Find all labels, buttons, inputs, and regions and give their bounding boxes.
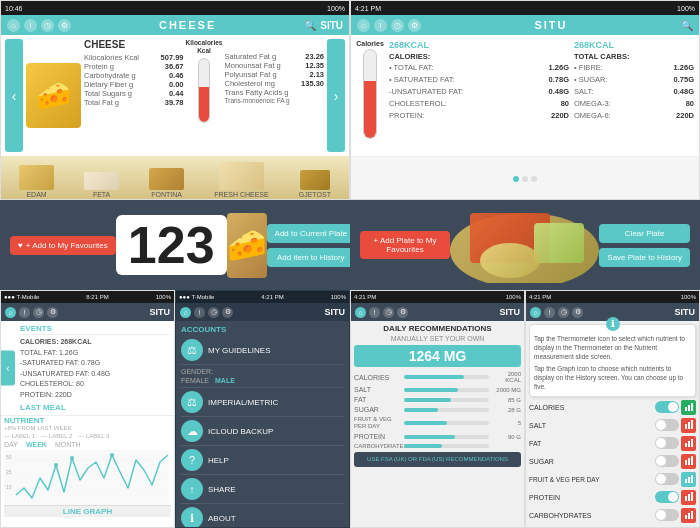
- add-plate-favourites-button[interactable]: + Add Plate to My Favourites: [360, 231, 450, 259]
- carb-bar-icon[interactable]: [681, 508, 696, 523]
- clock-icon-b3[interactable]: ◷: [383, 307, 394, 318]
- fat-slider-row[interactable]: FAT 85 G: [354, 396, 521, 403]
- alert-icon-b2[interactable]: !: [194, 307, 205, 318]
- clear-plate-button[interactable]: Clear Plate: [599, 224, 690, 243]
- fruit-bar-icon[interactable]: [681, 472, 696, 487]
- svg-rect-13: [685, 424, 687, 429]
- calories-value: 268KCAL: [389, 40, 569, 50]
- calories-bar-icon[interactable]: [681, 400, 696, 415]
- clock-icon-b4[interactable]: ◷: [558, 307, 569, 318]
- gender-label: GENDER:: [181, 368, 344, 375]
- add-history-button[interactable]: Add item to History: [267, 248, 355, 267]
- home-icon-bl[interactable]: ⌂: [5, 307, 16, 318]
- calories-title: CALORIES:: [389, 52, 569, 61]
- salt-toggle-row[interactable]: SALT: [529, 418, 696, 433]
- add-favourites-button[interactable]: ♥ + Add to My Favourites: [10, 236, 116, 255]
- save-plate-button[interactable]: Save Plate to History: [599, 248, 690, 267]
- home-icon-b4[interactable]: ⌂: [530, 307, 541, 318]
- settings-icon[interactable]: ⚙: [58, 19, 71, 32]
- sugar-slider-row[interactable]: SUGAR 28 G: [354, 406, 521, 413]
- cheese-feta[interactable]: FETA: [84, 172, 119, 198]
- fsa-fda-button[interactable]: USE FSA (UK) OR FDA (US) RECOMMENDATIONS: [354, 452, 521, 466]
- protein-bar-icon[interactable]: [681, 490, 696, 505]
- protein-slider-row[interactable]: PROTEIN 90 G: [354, 433, 521, 440]
- situ-title-b4: SITU: [674, 307, 695, 317]
- share-item[interactable]: ↑ SHARE: [181, 475, 344, 504]
- salt-bar-icon[interactable]: [681, 418, 696, 433]
- salt-slider-row[interactable]: SALT 2000 MG: [354, 386, 521, 393]
- fruit-slider-row[interactable]: FRUIT & VEG PER DAY 5: [354, 416, 521, 430]
- svg-rect-23: [688, 477, 690, 483]
- next-arrow[interactable]: ›: [327, 39, 345, 152]
- situ-logo: SITU: [320, 20, 343, 31]
- sugar-toggle-row[interactable]: SUGAR: [529, 454, 696, 469]
- settings-icon-r[interactable]: ⚙: [408, 19, 421, 32]
- month-tab[interactable]: MONTH: [55, 441, 81, 448]
- clock-icon-r[interactable]: ◷: [391, 19, 404, 32]
- alert-icon-bl[interactable]: !: [19, 307, 30, 318]
- cheese-fontina[interactable]: FONTINA: [149, 168, 184, 198]
- svg-text:25: 25: [6, 469, 12, 475]
- home-icon-r[interactable]: ⌂: [357, 19, 370, 32]
- svg-text:10: 10: [6, 484, 12, 490]
- day-tab[interactable]: DAY: [4, 441, 18, 448]
- total-carbs-value: 268KCAL: [574, 40, 694, 50]
- scale-display: 123: [116, 215, 227, 275]
- svg-rect-10: [685, 407, 687, 411]
- status-battery-right: 100%: [677, 5, 695, 12]
- alert-icon-b3[interactable]: !: [369, 307, 380, 318]
- about-item[interactable]: ℹ ABOUT: [181, 504, 344, 528]
- prev-arrow[interactable]: ‹: [5, 39, 23, 152]
- situ-title-bl: SITU: [149, 307, 170, 317]
- fat-toggle-row[interactable]: FAT: [529, 436, 696, 451]
- male-option[interactable]: MALE: [215, 377, 235, 384]
- gear-icon-b2[interactable]: ⚙: [222, 307, 233, 318]
- protein-toggle-row[interactable]: PROTEIN: [529, 490, 696, 505]
- search-icon[interactable]: 🔍: [304, 20, 316, 31]
- carb-slider-row[interactable]: CARBOHYDRATES: [354, 443, 521, 449]
- scale-cheese-image: 🧀: [227, 213, 267, 278]
- alert-icon-b4[interactable]: !: [544, 307, 555, 318]
- cheese-edam[interactable]: EDAM: [19, 165, 54, 198]
- alert-icon[interactable]: !: [24, 19, 37, 32]
- gear-icon-b4[interactable]: ⚙: [572, 307, 583, 318]
- svg-rect-26: [688, 494, 690, 501]
- svg-rect-0: [4, 450, 169, 505]
- carb-toggle-row[interactable]: CARBOHYDRATES: [529, 508, 696, 523]
- clock-icon[interactable]: ◷: [41, 19, 54, 32]
- add-current-plate-button[interactable]: Add to Current Plate: [267, 224, 355, 243]
- situ-title-b2: SITU: [324, 307, 345, 317]
- calories-slider-row[interactable]: CALORIES 2000 KCAL: [354, 371, 521, 383]
- svg-rect-22: [685, 479, 687, 483]
- imperial-metric-item[interactable]: ⚖ IMPERIAL/METRIC: [181, 388, 344, 417]
- mg-display: 1264 MG: [354, 345, 521, 367]
- alert-icon-r[interactable]: !: [374, 19, 387, 32]
- scale-panel: ♥ + Add to My Favourites 123 🧀 Add to Cu…: [0, 200, 350, 290]
- clock-icon-b2[interactable]: ◷: [208, 307, 219, 318]
- female-option[interactable]: FEMALE: [181, 377, 209, 384]
- clock-icon-bl[interactable]: ◷: [33, 307, 44, 318]
- svg-rect-28: [685, 515, 687, 519]
- calories-toggle-row[interactable]: CALORIES: [529, 400, 696, 415]
- icloud-item[interactable]: ☁ ICLOUD BACKUP: [181, 417, 344, 446]
- sugar-bar-icon[interactable]: [681, 454, 696, 469]
- cheese-gjetost[interactable]: GJETOST: [299, 170, 331, 198]
- help-item[interactable]: ? HELP: [181, 446, 344, 475]
- svg-rect-18: [691, 439, 693, 447]
- accounts-label: ACCOUNTS: [181, 325, 344, 334]
- status-time-right: 4:21 PM: [355, 5, 381, 12]
- my-guidelines-item[interactable]: ⚖ MY GUIDELINES: [181, 336, 344, 365]
- info-text: Tap the Thermometer icon to select which…: [534, 334, 691, 361]
- cheese-fresh[interactable]: FRESH CHEESE: [214, 162, 268, 198]
- gear-icon-b3[interactable]: ⚙: [397, 307, 408, 318]
- fat-bar-icon[interactable]: [681, 436, 696, 451]
- week-tab[interactable]: WEEK: [26, 441, 47, 448]
- gear-icon-bl[interactable]: ⚙: [47, 307, 58, 318]
- search-icon-r[interactable]: 🔍: [681, 20, 693, 31]
- nav-left-arrow[interactable]: ‹: [1, 351, 15, 386]
- home-icon-b3[interactable]: ⌂: [355, 307, 366, 318]
- home-icon-b2[interactable]: ⌂: [180, 307, 191, 318]
- home-icon[interactable]: ⌂: [7, 19, 20, 32]
- events-panel: ●●● T-Mobile 8:21 PM 100% ⌂ ! ◷ ⚙ SITU ‹…: [0, 290, 175, 528]
- fruit-toggle-row[interactable]: FRUIT & VEG PER DAY: [529, 472, 696, 487]
